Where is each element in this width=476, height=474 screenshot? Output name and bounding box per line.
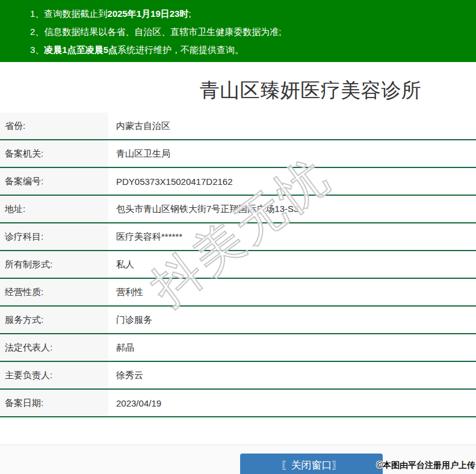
table-row: 备案机关: 青山区卫生局 — [0, 140, 476, 168]
row-label: 法定代表人: — [0, 334, 108, 361]
notice-text: 系统进行维护，不能提供查询。 — [117, 45, 244, 55]
notice-line-1: 1、查询数据截止到2025年1月19日23时; — [30, 5, 470, 23]
table-row: 所有制形式: 私人 — [0, 251, 476, 279]
table-row: 经营性质: 营利性 — [0, 279, 476, 307]
row-value: 青山区卫生局 — [108, 140, 476, 167]
row-value: 2023/04/19 — [108, 390, 476, 416]
table-row: 备案编号: PDY05373X15020417D2162 — [0, 168, 476, 196]
row-label: 省份: — [0, 113, 108, 139]
info-table: 省份: 内蒙古自治区 备案机关: 青山区卫生局 备案编号: PDY05373X1… — [0, 113, 476, 417]
row-value: PDY05373X15020417D2162 — [108, 168, 476, 195]
notice-bold-text: 凌晨1点至凌晨5点 — [44, 45, 117, 55]
row-label: 诊疗科目: — [0, 223, 108, 250]
table-row: 服务方式: 门诊服务 — [0, 307, 476, 334]
row-value: 私人 — [108, 251, 476, 278]
row-value: 郝晶 — [108, 334, 476, 361]
table-row: 省份: 内蒙古自治区 — [0, 113, 476, 140]
row-label: 主要负责人: — [0, 362, 108, 388]
notice-banner: 1、查询数据截止到2025年1月19日23时; 2、信息数据结果以各省、自治区、… — [0, 0, 476, 62]
notice-line-2: 2、信息数据结果以各省、自治区、直辖市卫生健康委数据为准; — [30, 23, 470, 41]
close-window-button[interactable]: 〖关闭窗口〗 — [240, 454, 383, 474]
notice-text: 信息数据结果以各省、自治区、直辖市卫生健康委数据为准; — [44, 27, 281, 37]
query-result-page: 1、查询数据截止到2025年1月19日23时; 2、信息数据结果以各省、自治区、… — [0, 0, 476, 474]
row-label: 备案日期: — [0, 390, 108, 416]
notice-number: 1、 — [30, 8, 44, 19]
row-label: 所有制形式: — [0, 251, 108, 278]
table-row: 主要负责人: 徐秀云 — [0, 362, 476, 390]
row-value: 营利性 — [108, 279, 476, 305]
notice-bold-text: 2025年1月19日23时 — [107, 8, 188, 19]
notice-number: 3、 — [30, 45, 44, 55]
row-label: 服务方式: — [0, 307, 108, 333]
row-label: 经营性质: — [0, 279, 108, 305]
notice-number: 2、 — [30, 27, 44, 37]
page-title: 青山区臻妍医疗美容诊所 — [0, 77, 476, 104]
notice-text: ; — [188, 8, 191, 19]
row-label: 备案编号: — [0, 168, 108, 195]
row-value: 内蒙古自治区 — [108, 113, 476, 139]
table-row: 备案日期: 2023/04/19 — [0, 390, 476, 417]
row-value: 包头市青山区钢铁大街7号正翔国际广场13-S3 — [108, 196, 476, 222]
notice-text: 查询数据截止到 — [44, 8, 107, 19]
table-row: 诊疗科目: 医疗美容科****** — [0, 223, 476, 251]
row-value: 门诊服务 — [108, 307, 476, 333]
row-value: 徐秀云 — [108, 362, 476, 388]
upload-note-watermark: ©本图由平台注册用户上传 — [377, 460, 475, 471]
table-row: 地址: 包头市青山区钢铁大街7号正翔国际广场13-S3 — [0, 196, 476, 223]
table-row: 法定代表人: 郝晶 — [0, 334, 476, 362]
row-value: 医疗美容科****** — [108, 223, 476, 250]
notice-line-3: 3、凌晨1点至凌晨5点系统进行维护，不能提供查询。 — [30, 41, 470, 59]
row-label: 地址: — [0, 196, 108, 222]
row-label: 备案机关: — [0, 140, 108, 167]
